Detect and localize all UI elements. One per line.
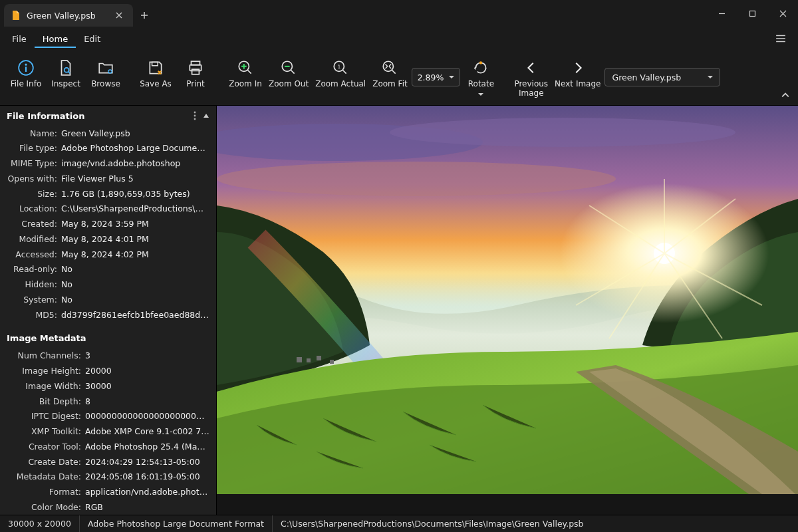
zoom-in-button[interactable]: Zoom In <box>226 55 265 104</box>
info-row-name: Name:Green Valley.psb <box>0 126 216 142</box>
svg-rect-34 <box>307 358 311 362</box>
svg-rect-33 <box>297 357 302 362</box>
image-metadata-header: Image Metadata <box>0 328 216 348</box>
ribbon-toolbar: File Info Inspect Browse Save As Print Z… <box>0 51 798 106</box>
svg-rect-3 <box>25 66 27 72</box>
image-viewport[interactable] <box>217 106 798 515</box>
info-row-accessed: Accessed:May 8, 2024 4:02 PM <box>0 247 216 263</box>
image-selector-value: Green Valley.psb <box>612 72 681 82</box>
meta-row-creator: Creator Tool:Adobe Photoshop 25.4 (Macin… <box>0 440 216 455</box>
title-bar: Green Valley.psb <box>0 0 798 27</box>
preview-image <box>217 106 798 494</box>
save-icon <box>146 59 165 77</box>
status-bar: 30000 x 20000 Adobe Photoshop Large Docu… <box>0 515 798 532</box>
tab-title: Green Valley.psb <box>27 11 96 21</box>
image-selector-dropdown[interactable]: Green Valley.psb <box>604 68 720 86</box>
menu-bar: File Home Edit <box>0 27 798 51</box>
window-minimize-button[interactable] <box>706 0 737 27</box>
zoom-actual-icon: 1 <box>331 59 350 77</box>
info-row-created: Created:May 8, 2024 3:59 PM <box>0 217 216 232</box>
svg-point-2 <box>25 64 27 66</box>
hamburger-menu-button[interactable] <box>767 33 794 44</box>
meta-row-xmp: XMP Toolkit:Adobe XMP Core 9.1-c002 79.f… <box>0 424 216 440</box>
svg-point-14 <box>384 61 394 71</box>
zoom-actual-button[interactable]: 1 Zoom Actual <box>313 55 368 104</box>
info-row-system: System:No <box>0 293 216 308</box>
zoom-level-field[interactable]: 2.89% <box>412 68 461 86</box>
meta-row-height: Image Height:20000 <box>0 364 216 379</box>
chevron-down-icon <box>478 92 483 97</box>
info-row-readonly: Read-only:No <box>0 262 216 277</box>
svg-point-16 <box>194 112 196 114</box>
chevron-down-icon <box>449 74 454 80</box>
zoom-level-value: 2.89% <box>418 72 444 82</box>
info-row-mime: MIME Type:image/vnd.adobe.photoshop <box>0 156 216 172</box>
next-image-button[interactable]: Next Image <box>552 55 603 105</box>
document-tab[interactable]: Green Valley.psb <box>4 4 133 27</box>
menu-file[interactable]: File <box>4 30 35 48</box>
meta-row-create-date: Create Date:2024:04:29 12:54:13-05:00 <box>0 455 216 470</box>
tab-close-button[interactable] <box>112 8 126 23</box>
window-close-button[interactable] <box>767 0 798 27</box>
chevron-down-icon <box>708 74 713 80</box>
zoom-fit-icon <box>380 59 399 77</box>
browse-folder-icon <box>96 59 115 77</box>
status-path: C:\Users\SharpenedProductions\Documents\… <box>273 515 592 532</box>
info-sidebar: File Information Name:Green Valley.psb F… <box>0 106 217 515</box>
browse-button[interactable]: Browse <box>86 55 125 96</box>
meta-row-bitdepth: Bit Depth:8 <box>0 394 216 410</box>
collapse-panel-icon[interactable] <box>203 112 209 119</box>
document-icon <box>11 10 21 21</box>
rotate-button[interactable]: Rotate <box>462 55 500 104</box>
inspect-file-icon <box>57 59 75 77</box>
new-tab-button[interactable] <box>133 4 156 27</box>
chevron-left-icon <box>522 59 541 77</box>
inspect-button[interactable]: Inspect <box>47 55 85 96</box>
menu-home[interactable]: Home <box>35 30 76 48</box>
rotate-icon <box>471 59 490 77</box>
svg-rect-9 <box>192 69 200 74</box>
meta-row-iptc: IPTC Digest:00000000000000000000000000..… <box>0 409 216 424</box>
svg-point-17 <box>194 115 196 117</box>
info-row-hidden: Hidden:No <box>0 277 216 293</box>
status-dimensions: 30000 x 20000 <box>0 515 80 532</box>
zoom-out-icon <box>279 59 298 77</box>
svg-point-4 <box>65 68 69 72</box>
info-row-filetype: File type:Adobe Photoshop Large Document… <box>0 141 216 156</box>
chevron-right-icon <box>569 59 587 77</box>
save-as-button[interactable]: Save As <box>136 55 175 96</box>
menu-edit[interactable]: Edit <box>76 30 108 48</box>
previous-image-button[interactable]: Previous Image <box>511 55 551 105</box>
zoom-fit-button[interactable]: Zoom Fit <box>370 55 410 104</box>
svg-point-15 <box>479 61 482 64</box>
main-area: File Information Name:Green Valley.psb F… <box>0 106 798 515</box>
svg-rect-35 <box>317 356 321 360</box>
meta-row-channels: Num Channels:3 <box>0 348 216 364</box>
file-information-header: File Information <box>0 106 216 126</box>
meta-row-metadata-date: Metadata Date:2024:05:08 16:01:19-05:00 <box>0 469 216 485</box>
svg-text:1: 1 <box>338 64 341 70</box>
zoom-in-icon <box>236 59 255 77</box>
collapse-ribbon-button[interactable] <box>778 88 793 102</box>
info-row-location: Location:C:\Users\SharpenedProductions\D… <box>0 201 216 217</box>
info-row-opens-with: Opens with:File Viewer Plus 5 <box>0 172 216 187</box>
info-row-modified: Modified:May 8, 2024 4:01 PM <box>0 232 216 247</box>
info-icon <box>17 59 35 77</box>
meta-row-colormode: Color Mode:RGB <box>0 500 216 515</box>
window-maximize-button[interactable] <box>737 0 767 27</box>
info-row-md5: MD5:dd3799f2861eefcb1bfee0aed88d44f0 <box>0 308 216 323</box>
more-options-button[interactable] <box>191 111 199 120</box>
info-row-size: Size:1.76 GB (1,890,659,035 bytes) <box>0 187 216 202</box>
print-button[interactable]: Print <box>176 55 215 96</box>
file-info-button[interactable]: File Info <box>7 55 45 96</box>
print-icon <box>186 59 205 77</box>
svg-rect-0 <box>749 11 755 16</box>
svg-point-18 <box>194 118 196 120</box>
zoom-out-button[interactable]: Zoom Out <box>266 55 311 104</box>
meta-row-width: Image Width:30000 <box>0 379 216 394</box>
status-format: Adobe Photoshop Large Document Format <box>80 515 273 532</box>
meta-row-format: Format:application/vnd.adobe.photos... <box>0 485 216 500</box>
svg-rect-36 <box>330 360 334 364</box>
